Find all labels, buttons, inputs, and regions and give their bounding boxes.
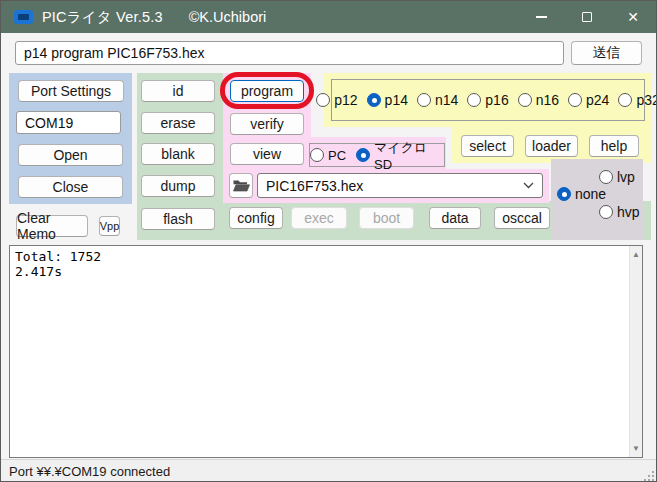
radio-label: n16 [536, 92, 559, 108]
radio-icon [518, 93, 532, 107]
window-copyright: ©K.Uchibori [189, 9, 267, 25]
radio-icon [568, 93, 582, 107]
radio-label: マイクロSD [374, 139, 444, 172]
radio-n14[interactable]: n14 [417, 92, 458, 108]
app-window: PICライタ Ver.5.3 ©K.Uchibori ✕ 送信 Port Set… [0, 0, 657, 482]
scroll-up-icon[interactable]: ▲ [632, 246, 640, 263]
memo-log-area[interactable]: Total: 1752 2.417s ▲ ▼ [9, 245, 643, 458]
resize-grip-icon[interactable] [642, 469, 654, 481]
maximize-button[interactable] [564, 1, 610, 33]
hex-file-value: PIC16F753.hex [266, 178, 363, 194]
radio-icon [467, 93, 481, 107]
radio-label: n14 [435, 92, 458, 108]
radio-icon [557, 187, 571, 201]
command-input[interactable] [15, 41, 564, 65]
radio-icon [316, 93, 330, 107]
titlebar: PICライタ Ver.5.3 ©K.Uchibori ✕ [1, 1, 656, 33]
maximize-icon [582, 12, 592, 22]
close-icon: ✕ [627, 10, 639, 24]
minimize-button[interactable] [518, 1, 564, 33]
clear-memo-button[interactable]: Clear Memo [16, 215, 88, 237]
loader-button[interactable]: loader [525, 135, 578, 157]
verify-button[interactable]: verify [230, 113, 304, 135]
device-radio-group: p12p14n14p16n16p24p32 [331, 79, 645, 121]
radio-label: p32 [636, 92, 657, 108]
scroll-down-icon[interactable]: ▼ [632, 440, 640, 457]
radio-p14[interactable]: p14 [367, 92, 408, 108]
radio-PC[interactable]: PC [310, 148, 346, 163]
radio-icon [599, 205, 613, 219]
memo-scrollbar[interactable]: ▲ ▼ [629, 246, 642, 457]
radio-icon [310, 148, 324, 162]
status-text: Port ¥¥.¥COM19 connected [9, 464, 170, 479]
hex-file-combobox[interactable]: PIC16F753.hex [257, 173, 543, 198]
radio-icon [417, 93, 431, 107]
radio-p24[interactable]: p24 [568, 92, 609, 108]
radio-icon [618, 93, 632, 107]
radio-label: p14 [385, 92, 408, 108]
source-radio-group: PCマイクロSD [309, 143, 445, 167]
chevron-down-icon [523, 182, 534, 189]
radio-label: p12 [334, 92, 357, 108]
radio-p12[interactable]: p12 [316, 92, 357, 108]
config-button[interactable]: config [229, 207, 283, 229]
boot-button: boot [359, 207, 414, 229]
id-button[interactable]: id [141, 80, 215, 102]
erase-button[interactable]: erase [141, 112, 215, 134]
com-port-input[interactable] [16, 111, 121, 134]
radio-none[interactable]: none [557, 186, 606, 202]
port-settings-button[interactable]: Port Settings [18, 80, 124, 102]
flash-button[interactable]: flash [141, 208, 215, 230]
send-button[interactable]: 送信 [571, 41, 642, 65]
radio-p32[interactable]: p32 [618, 92, 657, 108]
radio-n16[interactable]: n16 [518, 92, 559, 108]
radio-マイクロSD[interactable]: マイクロSD [356, 139, 444, 172]
app-icon [14, 10, 33, 24]
open-file-button[interactable] [229, 173, 253, 198]
radio-icon [367, 93, 381, 107]
exec-button: exec [291, 207, 347, 229]
radio-label: none [575, 186, 606, 202]
blank-button[interactable]: blank [141, 143, 215, 165]
radio-icon [599, 170, 613, 184]
select-button[interactable]: select [461, 135, 514, 157]
window-controls: ✕ [518, 1, 656, 33]
open-button[interactable]: Open [18, 144, 123, 166]
radio-label: lvp [617, 169, 635, 185]
osccal-button[interactable]: osccal [494, 207, 550, 229]
dump-button[interactable]: dump [141, 175, 215, 197]
vpp-button[interactable]: Vpp [99, 216, 120, 236]
radio-label: PC [328, 148, 346, 163]
window-title: PICライタ Ver.5.3 [42, 8, 163, 27]
program-button[interactable]: program [230, 80, 304, 102]
folder-icon [233, 179, 250, 192]
radio-label: hvp [617, 204, 640, 220]
radio-label: p16 [485, 92, 508, 108]
radio-label: p24 [586, 92, 609, 108]
close-button[interactable]: ✕ [610, 1, 656, 33]
radio-lvp[interactable]: lvp [599, 169, 635, 185]
data-button[interactable]: data [429, 207, 481, 229]
radio-p16[interactable]: p16 [467, 92, 508, 108]
close-port-button[interactable]: Close [18, 176, 123, 198]
memo-log-text: Total: 1752 2.417s [15, 249, 624, 454]
help-button[interactable]: help [589, 135, 639, 157]
status-bar: Port ¥¥.¥COM19 connected [1, 459, 656, 482]
view-button[interactable]: view [230, 143, 304, 165]
radio-icon [356, 148, 370, 162]
minimize-icon [536, 16, 547, 17]
radio-hvp[interactable]: hvp [599, 204, 640, 220]
